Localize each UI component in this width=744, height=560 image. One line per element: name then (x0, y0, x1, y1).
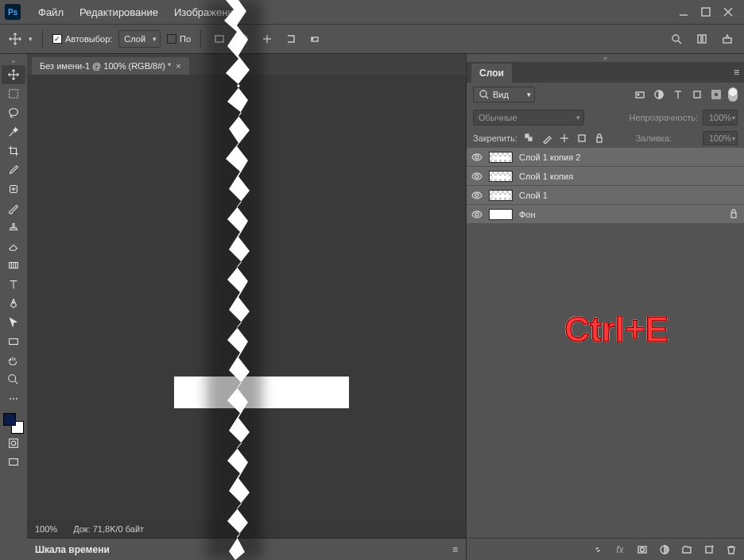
canvas-shape-rectangle (174, 377, 349, 408)
lock-artboard-icon[interactable] (576, 133, 587, 144)
lock-pixels-icon[interactable] (541, 133, 552, 144)
svg-rect-57 (731, 213, 736, 218)
group-layers-icon[interactable] (680, 543, 693, 556)
close-icon[interactable]: × (176, 61, 180, 71)
fill-field[interactable]: 100% (703, 131, 738, 145)
svg-rect-16 (723, 38, 731, 43)
layer-thumbnail[interactable] (489, 190, 513, 201)
color-swatches[interactable] (3, 413, 24, 434)
layer-row[interactable]: Слой 1 (467, 186, 744, 205)
type-tool[interactable] (2, 275, 25, 294)
layer-row[interactable]: Слой 1 копия 2 (467, 148, 744, 167)
adjustment-layer-icon[interactable] (658, 543, 671, 556)
menu-image[interactable]: Изображение (166, 6, 247, 18)
align-icon-4[interactable] (282, 30, 300, 48)
layer-thumbnail[interactable] (489, 171, 513, 182)
gradient-tool[interactable] (2, 256, 25, 275)
layer-row[interactable]: Слой 1 копия (467, 167, 744, 186)
visibility-icon[interactable] (471, 190, 482, 201)
filter-type-icon[interactable] (671, 87, 685, 102)
layer-name[interactable]: Слой 1 копия 2 (519, 153, 580, 162)
window-minimize-button[interactable] (672, 3, 695, 21)
magic-wand-tool[interactable] (2, 122, 25, 141)
menu-edit[interactable]: Редактирование (72, 6, 166, 18)
zoom-tool[interactable] (2, 370, 25, 389)
foreground-color-swatch[interactable] (3, 413, 16, 426)
layer-thumbnail[interactable] (489, 209, 513, 220)
panel-menu-icon[interactable]: ≡ (452, 544, 458, 555)
opacity-field[interactable]: 100% (703, 110, 738, 126)
zoom-level[interactable]: 100% (35, 524, 57, 534)
move-tool[interactable] (2, 65, 25, 84)
quick-mask-toggle[interactable] (2, 434, 25, 453)
doc-info[interactable]: Док: 71,8K/0 байт (73, 524, 144, 534)
svg-point-11 (312, 38, 313, 40)
tab-layers[interactable]: Слои (471, 64, 512, 83)
panel-collapse-handle[interactable]: « (467, 54, 744, 62)
lock-transparent-icon[interactable] (524, 133, 535, 144)
filter-smart-icon[interactable] (709, 87, 723, 102)
layer-filter-kind-dropdown[interactable]: Вид (473, 87, 535, 102)
visibility-icon[interactable] (471, 152, 482, 163)
delete-layer-icon[interactable] (725, 543, 738, 556)
layers-panel-body: Вид Обычные Непрозрачность: (467, 83, 744, 560)
3d-mode-icon[interactable] (306, 30, 324, 48)
edit-toolbar-icon[interactable]: ⋯ (2, 389, 25, 408)
rectangle-tool[interactable] (2, 332, 25, 351)
auto-select-target-dropdown[interactable]: Слой (118, 30, 161, 48)
document-tab[interactable]: Без имени-1 @ 100% (RGB/8#) * × (32, 57, 189, 75)
window-maximize-button[interactable] (695, 3, 717, 21)
svg-rect-34 (10, 439, 18, 448)
filter-adjustment-icon[interactable] (652, 87, 666, 102)
layer-mask-icon[interactable] (636, 543, 649, 556)
dropdown-caret-icon[interactable]: ▾ (29, 35, 33, 43)
share-icon[interactable] (719, 30, 736, 48)
brush-tool[interactable] (2, 199, 25, 218)
filter-shape-icon[interactable] (690, 87, 704, 102)
blend-mode-dropdown[interactable]: Обычные (473, 110, 584, 126)
auto-select-checkbox[interactable]: ✓ Автовыбор: (52, 34, 112, 44)
timeline-label[interactable]: Шкала времени (35, 544, 110, 555)
healing-brush-tool[interactable] (2, 180, 25, 199)
layer-style-icon[interactable]: fx (614, 543, 626, 556)
filter-pixel-icon[interactable] (633, 87, 647, 102)
visibility-icon[interactable] (471, 209, 482, 220)
path-selection-tool[interactable] (2, 313, 25, 332)
visibility-icon[interactable] (471, 171, 482, 182)
canvas-viewport[interactable] (27, 75, 466, 520)
layer-name[interactable]: Слой 1 (519, 191, 548, 200)
hand-tool[interactable] (2, 351, 25, 370)
eraser-tool[interactable] (2, 237, 25, 256)
clone-stamp-tool[interactable] (2, 218, 25, 237)
show-transform-checkbox[interactable]: По (167, 34, 191, 44)
workspace-switcher-icon[interactable] (693, 30, 711, 48)
menu-file[interactable]: Файл (30, 6, 72, 18)
panel-menu-icon[interactable]: ≡ (734, 67, 739, 78)
eyedropper-tool[interactable] (2, 160, 25, 180)
search-icon[interactable] (668, 30, 685, 48)
lock-all-icon[interactable] (594, 133, 605, 144)
svg-rect-48 (529, 137, 532, 141)
window-close-button[interactable] (717, 3, 739, 21)
screen-mode-toggle[interactable] (2, 453, 25, 472)
crop-tool[interactable] (2, 141, 25, 160)
layer-name[interactable]: Слой 1 копия (519, 172, 573, 181)
align-icon-1[interactable] (211, 30, 228, 48)
align-icon-3[interactable] (258, 30, 276, 48)
lock-position-icon[interactable] (559, 133, 570, 144)
layer-name[interactable]: Фон (519, 210, 536, 219)
filter-toggle[interactable] (728, 87, 738, 102)
move-tool-icon[interactable] (8, 32, 22, 46)
align-icon-2[interactable] (234, 30, 252, 48)
lasso-tool[interactable] (2, 103, 25, 122)
pen-tool[interactable] (2, 294, 25, 313)
svg-point-54 (475, 175, 479, 178)
toolbar-expand-handle[interactable]: » (0, 57, 27, 65)
svg-rect-15 (703, 35, 706, 43)
layer-row[interactable]: Фон (467, 205, 744, 224)
link-layers-icon[interactable] (591, 543, 604, 556)
layer-thumbnail[interactable] (489, 152, 513, 163)
new-layer-icon[interactable] (703, 543, 715, 556)
canvas[interactable] (27, 75, 466, 520)
marquee-tool[interactable] (2, 84, 25, 103)
